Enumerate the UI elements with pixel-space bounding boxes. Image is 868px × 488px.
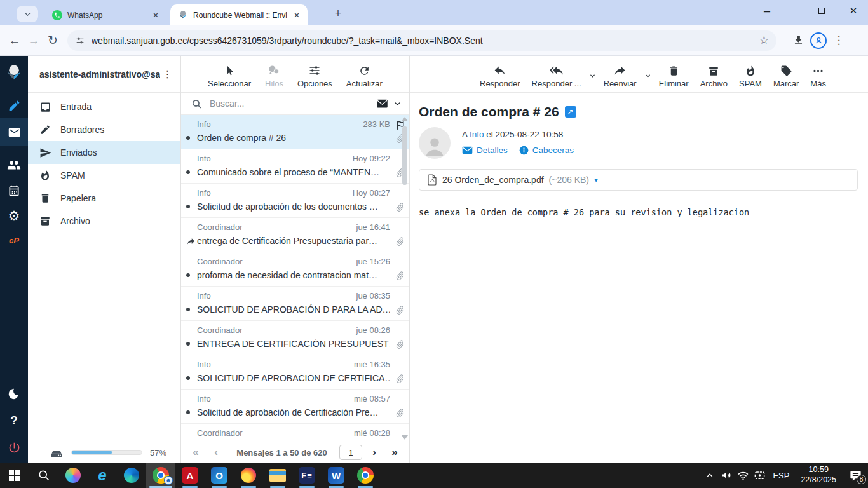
new-tab-button[interactable]: +: [331, 6, 345, 20]
reply-button[interactable]: Responder: [480, 64, 520, 88]
folder-archivo[interactable]: Archivo: [28, 210, 180, 233]
meet-now-icon[interactable]: [751, 463, 768, 488]
message-row[interactable]: Coordinador jue 16:41 entrega de Certifi…: [181, 218, 409, 252]
mark-label: Marcar: [773, 79, 799, 88]
address-bar[interactable]: webmail.sanjuan.gob.ec/cpsess6426731059/…: [67, 30, 776, 51]
message-row[interactable]: Info mié 08:57 Solicitud de aprobación d…: [181, 390, 409, 424]
list-scrollbar[interactable]: [401, 117, 409, 440]
account-menu-button[interactable]: ⋮: [160, 68, 175, 80]
logout-button[interactable]: [0, 435, 28, 460]
select-button[interactable]: Seleccionar: [208, 65, 251, 88]
message-meta: jue 15:26: [356, 257, 391, 266]
folder-spam[interactable]: SPAM: [28, 164, 180, 187]
prev-page-button[interactable]: ‹: [208, 446, 224, 459]
scroll-thumb[interactable]: [402, 126, 407, 185]
delete-button[interactable]: Eliminar: [659, 65, 689, 88]
profile-button[interactable]: [808, 30, 829, 51]
more-button[interactable]: Más: [810, 65, 826, 88]
message-row[interactable]: Coordinador jue 08:26 ENTREGA DE CERTIFI…: [181, 321, 409, 355]
chrome-secondary-button[interactable]: [351, 463, 380, 488]
reply-all-button[interactable]: Responder ...: [532, 64, 581, 88]
language-indicator[interactable]: ESP: [768, 471, 794, 480]
dark-mode-button[interactable]: [0, 381, 28, 407]
mark-button[interactable]: Marcar: [773, 65, 799, 88]
spam-button[interactable]: SPAM: [739, 65, 762, 88]
next-page-button[interactable]: ›: [366, 446, 383, 459]
tray-expand-button[interactable]: [702, 463, 718, 488]
chrome-active-button[interactable]: ☻: [146, 463, 175, 488]
page-number-input[interactable]: [339, 445, 362, 460]
file-explorer-button[interactable]: [263, 463, 292, 488]
message-row[interactable]: Coordinador jue 15:26 proforma de necesi…: [181, 252, 409, 287]
attachment-menu-caret[interactable]: ▾: [594, 175, 598, 184]
reload-button[interactable]: ↻: [43, 31, 62, 50]
clock[interactable]: 10:59 22/8/2025: [794, 465, 843, 485]
taskbar-search-button[interactable]: [29, 463, 58, 488]
notification-center-button[interactable]: 8: [843, 463, 868, 488]
headers-toggle[interactable]: Cabeceras: [519, 146, 574, 155]
scroll-up-arrow[interactable]: [402, 117, 408, 121]
cpanel-icon[interactable]: cP: [0, 227, 28, 253]
open-in-new-icon[interactable]: ↗: [565, 106, 576, 118]
wifi-icon[interactable]: [735, 463, 751, 488]
edge-button[interactable]: [117, 463, 146, 488]
message-row[interactable]: Info Hoy 08:27 Solicitud de aprobación d…: [181, 184, 409, 218]
firefox-button[interactable]: [234, 463, 263, 488]
window-minimize-button[interactable]: –: [754, 0, 780, 22]
message-row[interactable]: Info mié 16:35 SOLICITUD DE APROBACION D…: [181, 355, 409, 390]
chrome-profile-badge: ☻: [164, 476, 173, 485]
calendar-nav-button[interactable]: [0, 178, 28, 203]
f-app-button[interactable]: F≡: [292, 463, 322, 488]
scroll-down-arrow[interactable]: [402, 435, 408, 440]
help-button[interactable]: ?: [0, 408, 28, 433]
forward-menu-caret[interactable]: [644, 72, 651, 79]
message-row[interactable]: Info 283 KB Orden de compra # 26: [181, 115, 409, 149]
site-settings-icon[interactable]: [75, 36, 85, 46]
folder-borradores[interactable]: Borradores: [28, 118, 180, 141]
contacts-nav-button[interactable]: [0, 152, 28, 178]
threads-button[interactable]: Hilos: [265, 64, 283, 88]
folder-papelera[interactable]: Papelera: [28, 187, 180, 210]
tab-search-button[interactable]: [17, 6, 38, 22]
search-scope-button[interactable]: [376, 99, 402, 109]
outlook-button[interactable]: O: [205, 463, 234, 488]
back-button[interactable]: ←: [5, 31, 24, 50]
archive-button[interactable]: Archivo: [700, 65, 728, 88]
volume-icon[interactable]: [718, 463, 735, 488]
window-restore-button[interactable]: [808, 0, 835, 22]
tab-close-icon[interactable]: ✕: [151, 10, 160, 21]
folder-enviados[interactable]: Enviados: [28, 141, 180, 164]
message-row[interactable]: Coordinador mié 08:28: [181, 424, 409, 442]
message-row[interactable]: Info jue 08:35 SOLICITUD DE APROBACIÓN D…: [181, 287, 409, 321]
refresh-button[interactable]: Actualizar: [346, 65, 383, 88]
tab-roundcube[interactable]: Roundcube Webmail :: Enviados ✕: [170, 4, 308, 25]
recipient-link[interactable]: Info: [470, 130, 484, 139]
mail-nav-button[interactable]: [0, 118, 28, 146]
options-button[interactable]: Opciones: [297, 64, 332, 88]
settings-nav-button[interactable]: ⚙: [0, 203, 28, 229]
last-page-button[interactable]: »: [386, 446, 403, 459]
message-meta: mié 08:57: [354, 394, 390, 403]
edge-icon: [124, 468, 139, 483]
browser-menu-button[interactable]: ⋮: [829, 30, 849, 51]
message-row[interactable]: Info Hoy 09:22 Comunicado sobre el proce…: [181, 149, 409, 184]
forward-button[interactable]: →: [24, 31, 43, 50]
bookmark-star-icon[interactable]: ☆: [759, 34, 769, 47]
copilot-button[interactable]: [58, 463, 88, 488]
tab-whatsapp[interactable]: WhatsApp ✕: [44, 4, 166, 25]
start-button[interactable]: [0, 463, 29, 488]
reply-all-menu-caret[interactable]: [589, 72, 596, 79]
attachment-row[interactable]: 26 Orden_de_compra.pdf (~206 KB) ▾: [419, 169, 858, 191]
search-input[interactable]: [208, 98, 370, 109]
details-toggle[interactable]: Detalles: [462, 146, 508, 155]
acrobat-button[interactable]: A: [175, 463, 205, 488]
compose-button[interactable]: [0, 93, 28, 118]
first-page-button[interactable]: «: [187, 446, 204, 459]
word-button[interactable]: W: [322, 463, 351, 488]
downloads-button[interactable]: [788, 30, 808, 51]
folder-entrada[interactable]: Entrada: [28, 95, 180, 118]
window-close-button[interactable]: ✕: [840, 0, 867, 22]
tab-close-icon[interactable]: ✕: [292, 10, 301, 21]
forward-button[interactable]: Reenviar: [604, 64, 637, 88]
internet-explorer-button[interactable]: e: [88, 463, 117, 488]
